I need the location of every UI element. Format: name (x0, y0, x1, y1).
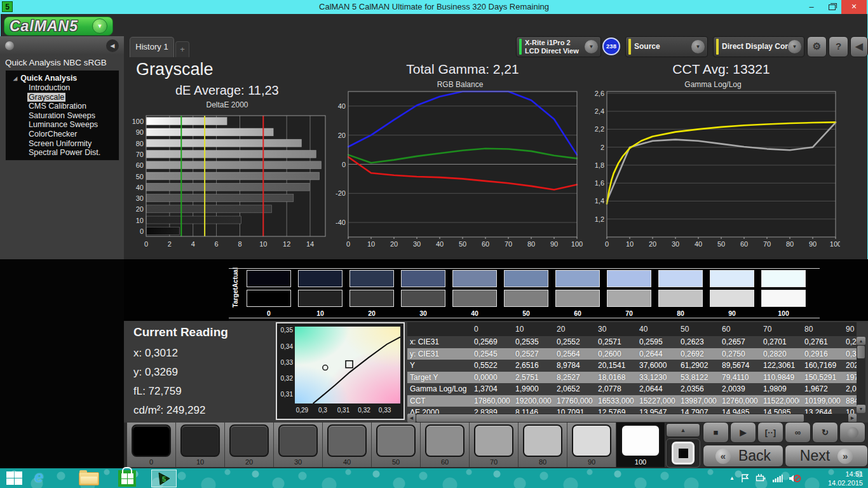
window-title: CalMAN 5 CalMAN Ultimate for Business 32… (0, 2, 868, 11)
actual-swatch-60 (555, 270, 600, 287)
scroll-thumb[interactable] (857, 346, 865, 358)
transport-continuous-button[interactable]: ∞ (785, 422, 811, 443)
collapse-panel-button[interactable]: ◀ (850, 36, 868, 57)
calman-5-icon: 5 (156, 471, 172, 486)
transport-record-button[interactable] (839, 422, 865, 443)
sidebar-item-saturation-sweeps[interactable]: Saturation Sweeps (6, 111, 119, 121)
scroll-up-button[interactable]: ▲ (857, 337, 865, 345)
file-explorer-icon[interactable] (79, 472, 99, 485)
actual-swatch-50 (504, 270, 548, 287)
table-col-header-60: 60 (717, 322, 758, 336)
table-cell: 0,3045 (841, 348, 857, 360)
restore-button[interactable] (822, 0, 841, 14)
svg-text:0,29: 0,29 (296, 407, 309, 414)
pattern-level-10-button[interactable]: 10 (176, 423, 225, 467)
pattern-level-60-button[interactable]: 60 (421, 423, 470, 467)
svg-text:2,2: 2,2 (595, 125, 604, 133)
calman-logo-text: CalMAN5 (10, 18, 78, 35)
scroll-thumb[interactable] (416, 414, 804, 422)
transport-play-button[interactable]: ▶ (730, 422, 756, 443)
swatch-column-label: 0 (247, 309, 291, 317)
source-dropdown[interactable]: Source ▼ (625, 36, 708, 57)
table-cell: 37,6000 (634, 360, 675, 372)
pattern-level-20-button[interactable]: 20 (225, 423, 274, 467)
svg-text:1,8: 1,8 (595, 161, 604, 169)
pattern-level-30-button[interactable]: 30 (274, 423, 323, 467)
target-swatch-80 (658, 290, 703, 307)
sidebar-item-grayscale[interactable]: Grayscale (6, 93, 119, 102)
pattern-window-button[interactable] (666, 438, 700, 468)
measurement-table: 0102030405060708090x: CIE310,25690,25350… (407, 322, 857, 423)
pattern-level-40-button[interactable]: 40 (323, 423, 372, 467)
pattern-level-70-button[interactable]: 70 (470, 423, 519, 467)
close-button[interactable]: × (841, 0, 867, 14)
action-center-flag-icon[interactable] (740, 473, 750, 483)
table-cell: 17760,0000 (552, 395, 593, 407)
pattern-swatch (572, 424, 611, 457)
table-cell: 8841,0 (841, 395, 857, 407)
sidebar-item-spectral-power-dist[interactable]: Spectral Power Dist. (6, 148, 119, 158)
scroll-left-button[interactable]: ◀ (407, 414, 416, 423)
pattern-up-button[interactable]: ▲ (666, 423, 700, 437)
help-button[interactable]: ? (829, 36, 848, 57)
internet-explorer-icon[interactable]: e (34, 467, 43, 487)
pattern-swatch (327, 424, 367, 457)
settings-button[interactable]: ⚙ (807, 36, 827, 57)
table-vertical-scrollbar[interactable]: ▲ ▼ (857, 337, 865, 413)
table-cell: 122,3061 (758, 360, 799, 372)
transport-stop-button[interactable]: ■ (703, 422, 729, 443)
table-cell: 2,0356 (675, 383, 717, 395)
table-cell: 0,2820 (758, 348, 799, 360)
table-horizontal-scrollbar[interactable]: ◀ ▶ (407, 414, 857, 423)
swatch-column-60: 60 (555, 270, 600, 317)
tree-root-quick-analysis[interactable]: ◢Quick Analysis (6, 74, 119, 83)
scroll-down-button[interactable]: ▼ (857, 405, 865, 413)
meter-count-badge[interactable]: 238 (602, 37, 620, 55)
pattern-level-100-button[interactable]: 100 (616, 423, 665, 467)
sidebar-item-screen-uniformity[interactable]: Screen Uniformity (6, 139, 119, 149)
svg-text:60: 60 (136, 161, 144, 169)
sidebar-item-luminance-sweeps[interactable]: Luminance Sweeps (6, 120, 119, 130)
gamma-loglog-chart: Gamma Log/Log 1,21,41,61,822,22,42,60102… (586, 80, 840, 252)
tab-history-1[interactable]: History 1 (130, 37, 174, 57)
table-cell: 160,7169 (799, 360, 841, 372)
svg-text:2: 2 (168, 240, 172, 248)
transport-step-button[interactable]: [··] (757, 422, 783, 443)
calman-taskbar-icon[interactable]: 5 (151, 470, 177, 487)
volume-muted-icon[interactable] (789, 473, 801, 484)
scroll-right-button[interactable]: ▶ (848, 414, 857, 423)
minimize-button[interactable]: – (802, 0, 821, 14)
display-control-dropdown[interactable]: Direct Display Control ▼ (713, 36, 804, 57)
calman-logo[interactable]: CalMAN5 ▼ (4, 17, 113, 36)
tree-expander-icon[interactable]: ◢ (13, 76, 17, 81)
svg-text:0: 0 (144, 240, 148, 248)
pattern-level-label: 40 (323, 458, 371, 466)
next-button[interactable]: Next » (785, 445, 868, 467)
sidebar-item-cms-calibration[interactable]: CMS Calibration (6, 102, 119, 111)
back-button[interactable]: « Back (703, 445, 783, 467)
taskbar-clock[interactable]: 14:51 14.02.2015 (815, 470, 863, 487)
pattern-level-90-button[interactable]: 90 (567, 423, 616, 467)
calman-window: 5 CalMAN 5 CalMAN Ultimate for Business … (0, 0, 868, 488)
source-status-bar (628, 39, 631, 55)
svg-text:4: 4 (191, 240, 195, 248)
pattern-level-0-button[interactable]: 0 (127, 423, 176, 467)
power-battery-icon[interactable] (756, 473, 766, 483)
record-icon (847, 427, 858, 438)
add-tab-button[interactable]: + (175, 41, 189, 57)
sidebar-item-colorchecker[interactable]: ColorChecker (6, 130, 119, 139)
windows-store-icon[interactable] (118, 470, 136, 487)
meter-dropdown[interactable]: X-Rite i1Pro 2LCD Direct View ▼ (516, 36, 601, 57)
network-signal-icon[interactable] (772, 473, 783, 483)
sidebar-collapse-button[interactable]: ◀ (106, 39, 119, 52)
svg-text:10: 10 (136, 217, 144, 224)
transport-loop-button[interactable]: ↻ (812, 422, 838, 443)
svg-text:-40: -40 (336, 219, 346, 226)
tray-expand-icon[interactable]: ▲ (729, 475, 735, 481)
pattern-level-50-button[interactable]: 50 (372, 423, 421, 467)
sidebar-item-introduction[interactable]: Introduction (6, 83, 119, 93)
knob-icon[interactable] (5, 41, 14, 50)
table-cell: 0,2644 (634, 348, 675, 360)
pattern-level-80-button[interactable]: 80 (519, 423, 567, 467)
start-button[interactable] (6, 471, 23, 485)
